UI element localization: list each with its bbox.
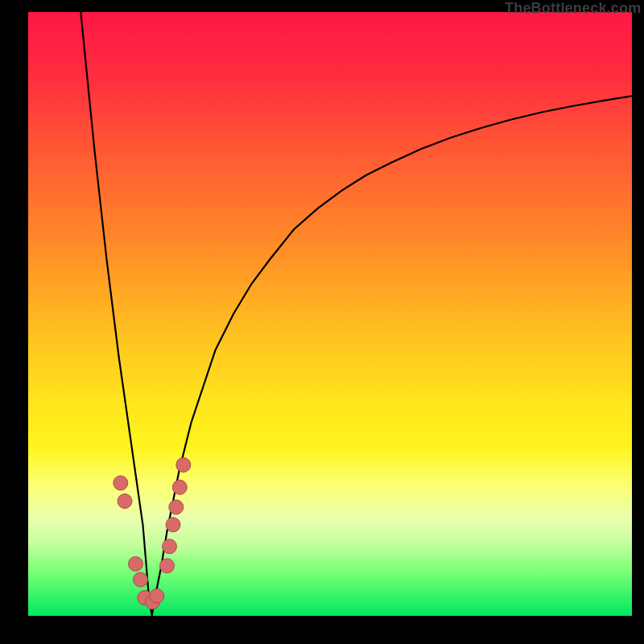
highlight-dot [176,458,191,473]
highlight-dot [169,500,184,514]
highlight-dot [129,557,143,572]
plot-area [28,12,632,616]
watermark-text: TheBottleneck.com [505,0,641,14]
highlight-dot [134,572,148,587]
chart-svg [28,12,632,616]
highlight-dot [150,588,164,603]
highlight-dot [166,518,180,532]
outer-frame: TheBottleneck.com [0,0,644,644]
highlight-dot [114,476,128,490]
highlight-dot [118,494,132,509]
highlight-dot [160,559,175,573]
highlight-dot [172,480,187,494]
highlight-dot [163,539,177,554]
mismatch-curve [80,12,632,616]
highlight-dots [114,458,191,609]
